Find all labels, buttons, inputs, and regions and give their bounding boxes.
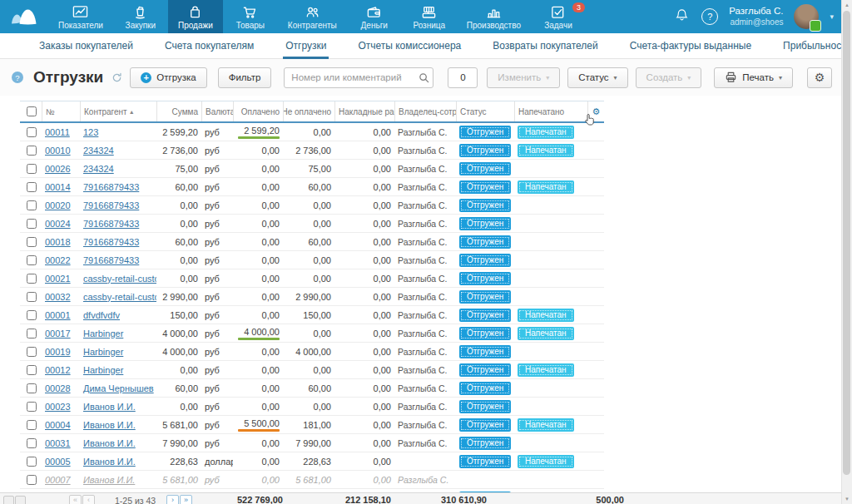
menu-item-contractors[interactable]: Контрагенты <box>278 0 347 33</box>
menu-item-goods[interactable]: Товары <box>223 0 278 33</box>
refresh-icon[interactable] <box>111 72 122 83</box>
table-row[interactable]: 000111232 599,20руб2 599,200,000,00Разгл… <box>20 123 604 141</box>
row-checkbox[interactable] <box>27 420 37 430</box>
tab-shipments[interactable]: Отгрузки <box>270 33 342 58</box>
table-row[interactable]: 00001dfvdfvdfv150,00руб0,00150,000,00Раз… <box>20 306 604 324</box>
view-toggle-1-icon[interactable] <box>3 496 14 504</box>
column-header-number[interactable]: № <box>42 101 80 121</box>
column-header-unpaid[interactable]: Не оплачено <box>283 101 334 121</box>
shipment-number-link[interactable]: 00004 <box>45 420 71 430</box>
contragent-link[interactable]: cassby-retail-customer <box>83 292 156 302</box>
status-badge-shipped[interactable]: Отгружен <box>459 235 511 249</box>
printed-badge[interactable]: Напечатан <box>518 144 574 157</box>
table-row[interactable]: 000147916687943360,00руб0,0060,000,00Раз… <box>20 178 604 196</box>
table-row[interactable]: 000102343242 736,00руб0,002 736,000,00Ра… <box>20 141 604 160</box>
printed-badge[interactable]: Напечатан <box>518 180 574 194</box>
shipment-number-link[interactable]: 00017 <box>45 329 71 338</box>
avatar[interactable] <box>794 4 819 29</box>
contragent-link[interactable]: 234324 <box>83 164 114 174</box>
menu-item-purchases[interactable]: Закупки <box>113 0 168 33</box>
table-row[interactable]: 00017Harbinger4 000,00руб4 000,000,000,0… <box>20 324 604 343</box>
table-row[interactable]: 00021cassby-retail-customer0,00руб0,000,… <box>20 269 604 288</box>
printed-badge[interactable]: Напечатан <box>518 363 574 377</box>
context-help-icon[interactable]: ? <box>12 72 23 83</box>
contragent-link[interactable]: Иванов И.И. <box>83 420 136 430</box>
menu-item-production[interactable]: Производство <box>457 0 531 33</box>
row-checkbox[interactable] <box>27 164 37 174</box>
user-menu[interactable]: Разглыба С. admin@shoes <box>729 6 783 27</box>
contragent-link[interactable]: Иванов И.И. <box>83 438 136 448</box>
table-row[interactable]: 00019Harbinger4 000,00руб0,004 000,000,0… <box>20 343 604 361</box>
status-badge-shipped[interactable]: Отгружен <box>459 309 511 322</box>
tab-customer-invoices[interactable]: Счета покупателям <box>149 33 270 58</box>
row-checkbox[interactable] <box>27 274 37 284</box>
contragent-link[interactable]: 79166879433 <box>83 237 139 247</box>
pagination-first-button[interactable]: « <box>69 495 82 504</box>
printed-badge[interactable]: Напечатан <box>518 418 574 432</box>
row-checkbox[interactable] <box>27 383 37 393</box>
status-badge-shipped[interactable]: Отгружен <box>459 199 511 212</box>
status-badge-shipped[interactable]: Отгружен <box>459 345 511 358</box>
shipment-number-link[interactable]: 00019 <box>45 347 71 357</box>
pagination-prev-button[interactable]: ‹ <box>82 495 95 504</box>
shipment-number-link[interactable]: 00023 <box>45 402 71 412</box>
shipment-number-link[interactable]: 00031 <box>45 438 71 448</box>
print-button[interactable]: Печать ▾ <box>714 67 793 88</box>
moysklad-logo[interactable] <box>0 0 48 33</box>
select-all-checkbox[interactable] <box>27 106 37 116</box>
filter-button[interactable]: Фильтр <box>218 67 272 88</box>
table-row[interactable]: 00022791668794330,00руб0,000,000,00Разгл… <box>20 251 604 269</box>
row-checkbox[interactable] <box>27 146 37 156</box>
shipment-number-link[interactable]: 00021 <box>45 274 71 284</box>
search-icon[interactable] <box>419 72 429 86</box>
search-input[interactable] <box>284 67 433 88</box>
contragent-link[interactable]: 79166879433 <box>83 219 139 229</box>
column-settings-gear-icon[interactable]: ⚙ <box>587 101 604 121</box>
pagination-last-button[interactable]: » <box>180 495 192 504</box>
shipment-number-link[interactable]: 00026 <box>45 164 71 174</box>
status-badge-shipped[interactable]: Отгружен <box>459 180 511 194</box>
status-badge-shipped[interactable]: Отгружен <box>459 162 511 175</box>
row-checkbox[interactable] <box>27 310 37 320</box>
scroll-up-icon[interactable]: ▲ <box>842 2 852 7</box>
table-row[interactable]: 00004Иванов И.И.5 681,00руб5 500,00181,0… <box>20 416 604 434</box>
notifications-bell-icon[interactable] <box>673 7 691 27</box>
printed-badge[interactable]: Напечатан <box>518 126 574 139</box>
row-checkbox[interactable] <box>27 237 37 247</box>
shipment-number-link[interactable]: 00020 <box>45 200 71 210</box>
contragent-link[interactable]: Harbinger <box>83 347 123 357</box>
contragent-link[interactable]: Harbinger <box>83 365 123 375</box>
tab-customer-returns[interactable]: Возвраты покупателей <box>477 33 613 58</box>
column-header-overhead[interactable]: Накладные расходы <box>334 101 394 121</box>
contragent-link[interactable]: 234324 <box>83 146 114 156</box>
shipment-number-link[interactable]: 00022 <box>45 255 71 265</box>
row-checkbox[interactable] <box>27 365 37 375</box>
menu-item-sales[interactable]: Продажи <box>168 0 223 33</box>
table-row[interactable]: 00031Иванов И.И.7 990,00руб0,007 990,000… <box>20 434 604 452</box>
contragent-link[interactable]: 79166879433 <box>83 200 139 210</box>
row-checkbox[interactable] <box>27 255 37 265</box>
pagination-next-button[interactable]: › <box>166 495 179 504</box>
status-badge-shipped[interactable]: Отгружен <box>459 363 511 377</box>
status-badge-shipped[interactable]: Отгружен <box>459 126 511 139</box>
row-checkbox[interactable] <box>27 457 37 467</box>
table-row[interactable]: 0002623432475,00руб0,0075,000,00Разглыба… <box>20 160 604 178</box>
row-checkbox[interactable] <box>27 438 37 448</box>
table-row[interactable]: 00023Иванов И.И.0,00руб0,000,000,00Разгл… <box>20 398 604 416</box>
row-checkbox[interactable] <box>27 347 37 357</box>
contragent-link[interactable]: 79166879433 <box>83 255 139 265</box>
table-row[interactable]: 00028Дима Чернышев60,00руб0,0060,000,00Р… <box>20 379 604 398</box>
column-header-currency[interactable]: Валюта <box>201 101 233 121</box>
settings-button[interactable]: ⚙ <box>807 67 832 88</box>
status-badge-shipped[interactable]: Отгружен <box>459 217 511 230</box>
table-row[interactable]: 00007Иванов И.И.5 681,00руб0,005 681,000… <box>20 471 604 489</box>
shipment-number-link[interactable]: 00014 <box>45 182 71 192</box>
contragent-link[interactable]: Иванов И.И. <box>83 457 136 467</box>
contragent-link[interactable]: dfvdfvdfv <box>83 310 120 320</box>
contragent-link[interactable]: Дима Чернышев <box>83 383 154 393</box>
help-icon[interactable]: ? <box>701 8 718 25</box>
shipment-number-link[interactable]: 00001 <box>45 310 71 320</box>
status-badge-shipped[interactable]: Отгружен <box>459 382 511 395</box>
shipment-number-link[interactable]: 00032 <box>45 292 71 302</box>
scrollbar-thumb[interactable] <box>843 11 850 475</box>
